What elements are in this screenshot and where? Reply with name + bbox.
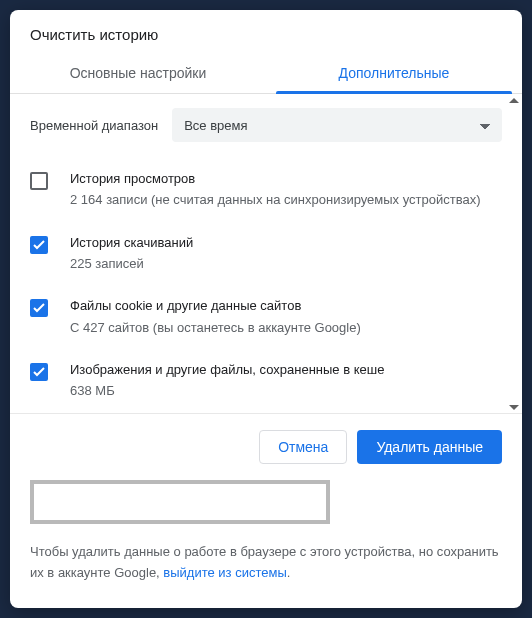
checkbox-cache[interactable] [30, 363, 48, 381]
option-cookies: Файлы cookie и другие данные сайтовС 427… [30, 287, 502, 351]
option-text: Файлы cookie и другие данные сайтовС 427… [70, 297, 361, 337]
checkbox-browsing[interactable] [30, 172, 48, 190]
option-downloads: История скачиваний225 записей [30, 224, 502, 288]
time-range-row: Временной диапазон Все время [30, 108, 502, 142]
option-label: История просмотров [70, 170, 481, 188]
option-label: История скачиваний [70, 234, 193, 252]
dialog-title: Очистить историю [10, 10, 522, 53]
tab-advanced[interactable]: Дополнительные [266, 53, 522, 93]
checkbox-downloads[interactable] [30, 236, 48, 254]
scroll-up-icon[interactable] [509, 98, 519, 103]
footer-note: Чтобы удалить данные о работе в браузере… [10, 538, 522, 602]
option-label: Файлы cookie и другие данные сайтов [70, 297, 361, 315]
dialog-content: Временной диапазон Все время История про… [10, 94, 522, 414]
cancel-button[interactable]: Отмена [259, 430, 347, 464]
time-range-label: Временной диапазон [30, 118, 158, 133]
option-text: История скачиваний225 записей [70, 234, 193, 274]
option-sublabel: 225 записей [70, 254, 193, 274]
chevron-down-icon [480, 118, 490, 133]
option-cache: Изображения и другие файлы, сохраненные … [30, 351, 502, 414]
option-label: Изображения и другие файлы, сохраненные … [70, 361, 384, 379]
time-range-select[interactable]: Все время [172, 108, 502, 142]
option-sublabel: 2 164 записи (не считая данных на синхро… [70, 190, 481, 210]
option-browsing: История просмотров2 164 записи (не счита… [30, 160, 502, 224]
option-text: Изображения и другие файлы, сохраненные … [70, 361, 384, 401]
time-range-value: Все время [184, 118, 247, 133]
search-outline-box [30, 480, 330, 524]
option-sublabel: С 427 сайтов (вы останетесь в аккаунте G… [70, 318, 361, 338]
option-sublabel: 638 МБ [70, 381, 384, 401]
sign-out-link[interactable]: выйдите из системы [163, 565, 286, 580]
option-text: История просмотров2 164 записи (не счита… [70, 170, 481, 210]
clear-history-dialog: Очистить историю Основные настройки Допо… [10, 10, 522, 608]
checkbox-cookies[interactable] [30, 299, 48, 317]
tab-basic[interactable]: Основные настройки [10, 53, 266, 93]
tabs: Основные настройки Дополнительные [10, 53, 522, 94]
scrollbar[interactable] [508, 98, 520, 410]
clear-data-button[interactable]: Удалить данные [357, 430, 502, 464]
scroll-down-icon[interactable] [509, 405, 519, 410]
footer-text-after: . [287, 565, 291, 580]
dialog-actions: Отмена Удалить данные [10, 414, 522, 480]
svg-marker-0 [480, 124, 490, 129]
